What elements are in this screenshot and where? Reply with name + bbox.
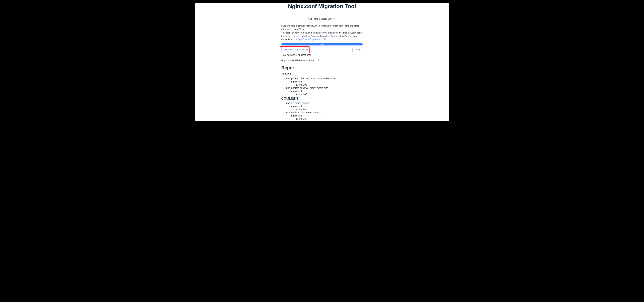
button-row: Download Converted File Reset <box>281 47 363 52</box>
report-item: useless listen parameters: 80nginx.conf <box>286 121 363 121</box>
desc-post: . <box>328 38 328 40</box>
report-body: TODOunsupported directive: proxy_busy_bu… <box>281 72 363 121</box>
report-section-heading: TODO <box>281 72 363 76</box>
total-apps-label: Total number of applications: <box>281 54 312 56</box>
upload-dropzone[interactable]: Click here to upload your file <box>307 16 337 22</box>
total-applications-stat: Total number of applications: 1 <box>281 54 363 56</box>
progress-wrap: 100% <box>281 43 363 45</box>
report-line: at line 102 <box>296 83 363 86</box>
report-file-list: nginx.confat line 88 <box>286 105 363 111</box>
reset-button[interactable]: Reset <box>352 47 363 52</box>
report-item: useless listen parameters: 443 sslnginx.… <box>286 111 363 120</box>
page-surface: Nginx.conf Migration Tool Click here to … <box>195 3 449 121</box>
report-line: at line 33 <box>296 118 363 120</box>
done-applications-stat: Applications with conversion done: 1 <box>281 59 363 62</box>
report-heading: Report <box>281 65 363 70</box>
report-section-heading: COMMENT <box>281 97 363 100</box>
main-container: Click here to upload your file Supported… <box>281 13 363 121</box>
done-apps-label: Applications with conversion done: <box>281 59 318 62</box>
download-converted-file-button[interactable]: Download Converted File <box>281 47 310 52</box>
progress-bar: 100% <box>281 43 363 45</box>
report-file: nginx.confat line 33 <box>291 114 363 120</box>
report-line-list: at line 88 <box>291 108 363 111</box>
report-file-list: nginx.confat line 33 <box>286 114 363 120</box>
report-item: unsupported directive: proxy_buffer_size… <box>286 87 363 96</box>
total-apps-value: 1 <box>312 54 313 56</box>
report-file: nginx.confat line 100 <box>291 90 363 96</box>
report-item-list: unsupported directive: proxy_busy_buffer… <box>281 77 363 96</box>
done-apps-value: 1 <box>318 59 319 62</box>
sdk-link[interactable]: OpenResty Edge Python SDK <box>298 38 328 40</box>
supported-extension-text: Supported file extension: .tar.gz (which… <box>281 24 363 31</box>
report-file-list: nginx.confat line 100 <box>286 90 363 96</box>
report-line-list: at line 33 <box>291 118 363 120</box>
report-line-list: at line 102 <box>291 83 363 86</box>
report-file: nginx.confat line 102 <box>291 80 363 86</box>
report-file: nginx.confat line 88 <box>291 105 363 111</box>
progress-percent-label: 100% <box>281 43 363 45</box>
report-item: unsupported directive: proxy_busy_buffer… <box>286 77 363 86</box>
report-file-list: nginx.confat line 102 <box>286 80 363 86</box>
report-item-list: useless proxy_redirectnginx.confat line … <box>281 102 363 121</box>
report-line: at line 100 <box>296 93 363 96</box>
report-item: useless proxy_redirectnginx.confat line … <box>286 102 363 111</box>
page-title: Nginx.conf Migration Tool <box>195 3 449 9</box>
report-line: at line 88 <box>296 108 363 111</box>
report-line-list: at line 100 <box>291 93 363 96</box>
tool-description-text: This tool can convert most of the nginx.… <box>281 31 363 41</box>
